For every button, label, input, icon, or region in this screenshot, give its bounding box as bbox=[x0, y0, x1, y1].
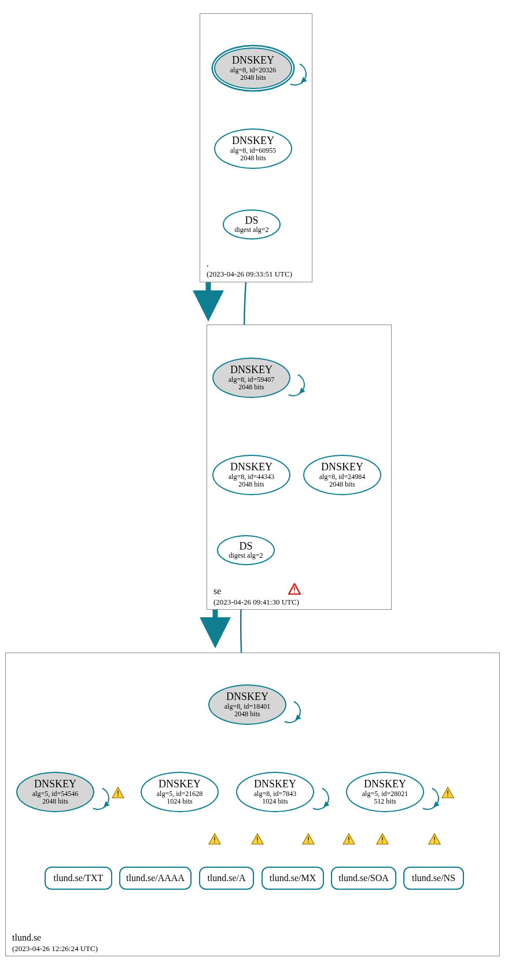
root-ksk-alg: alg=8, id=20326 bbox=[230, 67, 277, 74]
tlund-key1-node[interactable]: DNSKEY alg=5, id=54546 2048 bits bbox=[16, 772, 94, 812]
svg-rect-9 bbox=[257, 842, 258, 843]
tlund-key1-bits: 2048 bits bbox=[42, 798, 68, 805]
tlund-ksk-alg: alg=8, id=18401 bbox=[224, 703, 271, 710]
record-aaaa[interactable]: tlund.se/AAAA bbox=[119, 867, 191, 890]
tlund-ksk-bits: 2048 bits bbox=[234, 710, 260, 718]
record-a[interactable]: tlund.se/A bbox=[199, 867, 254, 890]
svg-rect-6 bbox=[214, 837, 215, 840]
tlund-key3-bits: 1024 bits bbox=[262, 798, 288, 805]
svg-rect-16 bbox=[434, 837, 435, 840]
zone-se-name: se bbox=[213, 586, 221, 596]
se-zsk2-alg: alg=8, id=24984 bbox=[319, 473, 366, 481]
se-ds-title: DS bbox=[239, 541, 252, 552]
se-ksk-alg: alg=8, id=59407 bbox=[229, 376, 275, 384]
svg-rect-13 bbox=[348, 842, 349, 843]
tlund-key4-warn-icon[interactable] bbox=[441, 787, 454, 798]
warn-icon-d[interactable] bbox=[342, 833, 355, 845]
tlund-key4-title: DNSKEY bbox=[364, 779, 406, 790]
tlund-key4-alg: alg=5, id=28021 bbox=[362, 790, 408, 798]
warn-icon-a[interactable] bbox=[208, 833, 221, 845]
zone-se-timestamp: (2023-04-26 09:41:30 UTC) bbox=[213, 598, 299, 607]
tlund-key2-title: DNSKEY bbox=[159, 779, 201, 790]
se-zsk1-title: DNSKEY bbox=[230, 462, 272, 473]
svg-rect-15 bbox=[382, 842, 383, 843]
dnssec-diagram: . (2023-04-26 09:33:51 UTC) DNSKEY alg=8… bbox=[0, 0, 523, 980]
svg-rect-7 bbox=[214, 842, 215, 843]
se-ksk-node[interactable]: DNSKEY alg=8, id=59407 2048 bits bbox=[212, 358, 290, 398]
svg-rect-8 bbox=[257, 837, 258, 840]
tlund-key1-warn-icon[interactable] bbox=[112, 787, 124, 798]
record-soa[interactable]: tlund.se/SOA bbox=[331, 867, 396, 890]
root-ds-node[interactable]: DS digest alg=2 bbox=[223, 209, 281, 240]
zone-se-error-icon[interactable] bbox=[288, 583, 301, 595]
tlund-key1-title: DNSKEY bbox=[34, 779, 76, 790]
warn-icon-b[interactable] bbox=[251, 833, 264, 845]
svg-rect-11 bbox=[308, 842, 309, 843]
tlund-ksk-title: DNSKEY bbox=[226, 691, 268, 703]
zone-tlund-timestamp: (2023-04-26 12:26:24 UTC) bbox=[12, 944, 98, 953]
root-zsk-node[interactable]: DNSKEY alg=8, id=60955 2048 bits bbox=[214, 128, 292, 169]
tlund-key3-alg: alg=8, id=7843 bbox=[254, 790, 297, 798]
svg-rect-12 bbox=[348, 837, 349, 840]
se-zsk2-bits: 2048 bits bbox=[329, 481, 355, 488]
root-ds-title: DS bbox=[245, 215, 258, 227]
record-txt[interactable]: tlund.se/TXT bbox=[45, 867, 112, 890]
se-ds-node[interactable]: DS digest alg=2 bbox=[217, 535, 275, 565]
se-zsk1-bits: 2048 bits bbox=[238, 481, 264, 488]
svg-rect-3 bbox=[117, 795, 119, 797]
root-ksk-node[interactable]: DNSKEY alg=8, id=20326 2048 bits bbox=[214, 47, 292, 89]
warn-icon-e[interactable] bbox=[376, 833, 389, 845]
root-ksk-title: DNSKEY bbox=[232, 55, 274, 67]
se-ksk-bits: 2048 bits bbox=[238, 384, 264, 391]
record-ns[interactable]: tlund.se/NS bbox=[403, 867, 464, 890]
svg-rect-5 bbox=[447, 795, 448, 797]
svg-rect-4 bbox=[447, 790, 448, 794]
se-ds-alg: digest alg=2 bbox=[229, 552, 263, 559]
zone-root-timestamp: (2023-04-26 09:33:51 UTC) bbox=[207, 270, 292, 279]
tlund-key2-bits: 1024 bits bbox=[167, 798, 192, 805]
se-zsk1-alg: alg=8, id=44343 bbox=[229, 473, 275, 481]
root-ksk-bits: 2048 bits bbox=[240, 74, 266, 82]
se-ksk-title: DNSKEY bbox=[230, 364, 272, 376]
tlund-key2-alg: alg=5, id=21628 bbox=[157, 790, 203, 798]
svg-rect-1 bbox=[294, 592, 295, 593]
zone-tlund-name: tlund.se bbox=[12, 933, 41, 943]
warn-icon-f[interactable] bbox=[428, 833, 441, 845]
root-zsk-title: DNSKEY bbox=[232, 135, 274, 147]
root-zsk-alg: alg=8, id=60955 bbox=[230, 147, 277, 154]
tlund-key4-bits: 512 bits bbox=[374, 798, 396, 805]
tlund-key4-node[interactable]: DNSKEY alg=5, id=28021 512 bits bbox=[346, 772, 424, 812]
root-zsk-bits: 2048 bits bbox=[240, 154, 266, 162]
tlund-key2-node[interactable]: DNSKEY alg=5, id=21628 1024 bits bbox=[141, 772, 219, 812]
se-zsk2-title: DNSKEY bbox=[321, 462, 363, 473]
svg-rect-0 bbox=[294, 587, 295, 590]
record-mx[interactable]: tlund.se/MX bbox=[262, 867, 324, 890]
svg-rect-17 bbox=[434, 842, 435, 843]
tlund-ksk-node[interactable]: DNSKEY alg=8, id=18401 2048 bits bbox=[208, 684, 286, 725]
tlund-key3-title: DNSKEY bbox=[254, 779, 296, 790]
tlund-key1-alg: alg=5, id=54546 bbox=[32, 790, 79, 798]
svg-rect-14 bbox=[382, 837, 383, 840]
se-zsk1-node[interactable]: DNSKEY alg=8, id=44343 2048 bits bbox=[212, 455, 290, 495]
se-zsk2-node[interactable]: DNSKEY alg=8, id=24984 2048 bits bbox=[303, 455, 381, 495]
warn-icon-c[interactable] bbox=[302, 833, 315, 845]
root-ds-alg: digest alg=2 bbox=[234, 226, 268, 234]
svg-rect-2 bbox=[117, 790, 119, 794]
zone-root-name: . bbox=[207, 259, 209, 269]
svg-rect-10 bbox=[308, 837, 309, 840]
tlund-key3-node[interactable]: DNSKEY alg=8, id=7843 1024 bits bbox=[236, 772, 314, 812]
